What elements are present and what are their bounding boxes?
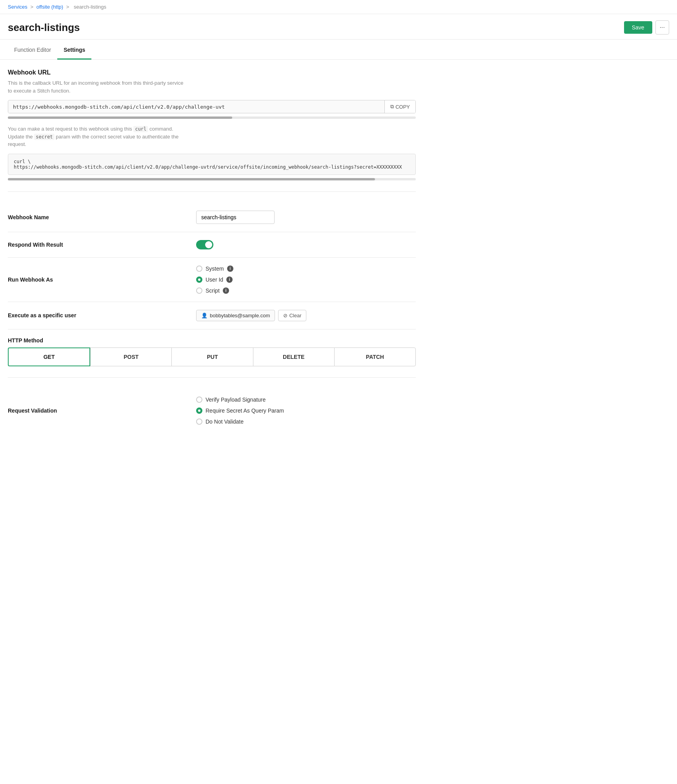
toggle-wrapper — [196, 240, 213, 249]
webhook-url-section: Webhook URL This is the callback URL for… — [8, 69, 416, 192]
webhook-url-value: https://webhooks.mongodb-stitch.com/api/… — [8, 101, 384, 113]
user-box: 👤 bobbytables@sample.com ⊘ Clear — [196, 310, 416, 321]
http-method-section: HTTP Method GET POST PUT DELETE PATCH — [8, 329, 416, 378]
respond-with-result-control — [196, 240, 416, 249]
curl-line1: curl \ — [14, 159, 410, 164]
radio-user-id-label: User Id — [206, 276, 223, 283]
clear-icon: ⊘ — [283, 313, 288, 318]
run-webhook-as-control: System i User Id i Script i — [196, 266, 416, 294]
run-webhook-as-row: Run Webhook As System i User Id i Script… — [8, 258, 416, 302]
clear-label: Clear — [289, 313, 301, 318]
breadcrumb-services-link[interactable]: Services — [8, 4, 27, 10]
radio-verify-payload[interactable]: Verify Payload Signature — [196, 397, 416, 403]
user-id-info-icon[interactable]: i — [226, 276, 233, 283]
http-delete-button[interactable]: DELETE — [253, 347, 334, 366]
webhook-url-desc: This is the callback URL for an incoming… — [8, 79, 416, 95]
toggle-slider — [196, 240, 213, 249]
webhook-url-title: Webhook URL — [8, 69, 416, 76]
http-put-button[interactable]: PUT — [171, 347, 253, 366]
clear-user-button[interactable]: ⊘ Clear — [278, 310, 306, 321]
copy-icon: ⧉ — [390, 104, 394, 110]
radio-require-secret-label: Require Secret As Query Param — [206, 407, 284, 414]
request-validation-radio-group: Verify Payload Signature Require Secret … — [196, 397, 416, 425]
radio-circle-system — [196, 266, 202, 272]
tab-function-editor[interactable]: Function Editor — [8, 41, 57, 60]
webhook-name-label: Webhook Name — [8, 214, 196, 220]
user-icon: 👤 — [201, 313, 207, 318]
tabs: Function Editor Settings — [0, 41, 677, 60]
radio-verify-payload-label: Verify Payload Signature — [206, 397, 266, 403]
radio-circle-script — [196, 287, 202, 294]
tab-settings[interactable]: Settings — [57, 41, 91, 60]
run-webhook-as-radio-group: System i User Id i Script i — [196, 266, 416, 294]
execute-as-user-label: Execute as a specific user — [8, 312, 196, 318]
breadcrumb: Services > offsite (http) > search-listi… — [0, 0, 677, 14]
radio-circle-user-id — [196, 276, 202, 283]
radio-do-not-validate-label: Do Not Validate — [206, 418, 244, 425]
http-get-button[interactable]: GET — [8, 347, 90, 366]
http-method-buttons: GET POST PUT DELETE PATCH — [8, 347, 416, 366]
more-options-button[interactable]: ··· — [655, 20, 669, 35]
run-webhook-as-label: Run Webhook As — [8, 276, 196, 283]
respond-with-result-label: Respond With Result — [8, 242, 196, 248]
respond-with-result-row: Respond With Result — [8, 232, 416, 258]
user-email-field: 👤 bobbytables@sample.com — [196, 310, 275, 321]
radio-do-not-validate[interactable]: Do Not Validate — [196, 418, 416, 425]
execute-as-user-row: Execute as a specific user 👤 bobbytables… — [8, 302, 416, 329]
page-title: search-listings — [8, 22, 80, 34]
radio-require-secret[interactable]: Require Secret As Query Param — [196, 407, 416, 414]
radio-circle-require-secret — [196, 407, 202, 414]
radio-script-label: Script — [206, 287, 220, 294]
request-validation-control: Verify Payload Signature Require Secret … — [196, 397, 416, 425]
http-method-label: HTTP Method — [8, 337, 416, 344]
respond-with-result-toggle[interactable] — [196, 240, 213, 249]
radio-script[interactable]: Script i — [196, 287, 416, 294]
copy-url-button[interactable]: ⧉ COPY — [384, 100, 415, 113]
curl-command-box: curl \ https://webhooks.mongodb-stitch.c… — [8, 154, 416, 175]
radio-system[interactable]: System i — [196, 266, 416, 272]
main-content: Webhook URL This is the callback URL for… — [0, 60, 424, 442]
breadcrumb-sep2: > — [66, 4, 71, 10]
script-info-icon[interactable]: i — [223, 287, 229, 294]
page-header: search-listings Save ··· — [0, 14, 677, 40]
radio-system-label: System — [206, 266, 224, 272]
user-email: bobbytables@sample.com — [210, 313, 270, 318]
webhook-name-control — [196, 211, 416, 224]
radio-user-id[interactable]: User Id i — [196, 276, 416, 283]
webhook-url-box: https://webhooks.mongodb-stitch.com/api/… — [8, 100, 416, 113]
curl-scrollbar — [8, 178, 416, 180]
request-validation-row: Request Validation Verify Payload Signat… — [8, 389, 416, 433]
curl-desc: You can make a test request to this webh… — [8, 125, 416, 148]
breadcrumb-offsite-link[interactable]: offsite (http) — [36, 4, 63, 10]
webhook-name-row: Webhook Name — [8, 203, 416, 232]
copy-label: COPY — [395, 104, 410, 110]
webhook-name-input[interactable] — [196, 211, 275, 224]
save-button[interactable]: Save — [624, 21, 652, 34]
url-scrollbar — [8, 116, 416, 119]
url-scrollbar-thumb — [8, 116, 232, 119]
breadcrumb-current: search-listings — [74, 4, 106, 10]
execute-as-user-control: 👤 bobbytables@sample.com ⊘ Clear — [196, 310, 416, 321]
breadcrumb-sep1: > — [30, 4, 35, 10]
system-info-icon[interactable]: i — [227, 266, 233, 272]
curl-scrollbar-thumb — [8, 178, 375, 180]
radio-circle-do-not-validate — [196, 418, 202, 425]
request-validation-label: Request Validation — [8, 407, 196, 414]
curl-line2: https://webhooks.mongodb-stitch.com/api/… — [14, 164, 410, 170]
http-patch-button[interactable]: PATCH — [334, 347, 416, 366]
http-post-button[interactable]: POST — [90, 347, 171, 366]
header-actions: Save ··· — [624, 20, 669, 35]
radio-circle-verify-payload — [196, 397, 202, 403]
